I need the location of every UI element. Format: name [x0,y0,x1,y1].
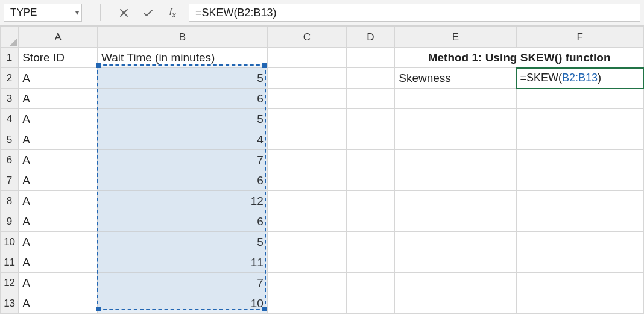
worksheet[interactable]: A B C D E F 1 Store ID Wait Time (in min… [0,26,644,314]
cell-A7[interactable]: A [19,170,98,191]
col-head-B[interactable]: B [98,27,268,48]
row-head-2[interactable]: 2 [1,68,19,89]
edit-ref: B2:B13 [562,72,598,84]
cell-E2[interactable]: Skewness [395,68,516,89]
grid[interactable]: A B C D E F 1 Store ID Wait Time (in min… [0,26,644,314]
select-all-triangle[interactable] [1,27,19,48]
cell-B7[interactable]: 6 [98,170,268,191]
cell-A8[interactable]: A [19,191,98,211]
cell-B10[interactable]: 5 [98,232,268,252]
col-head-D[interactable]: D [346,27,395,48]
row-head-13[interactable]: 13 [1,293,19,314]
cell-E1F1[interactable]: Method 1: Using SKEW() function [395,48,644,68]
separator [100,4,101,21]
cell-B9[interactable]: 6 [98,211,268,232]
cell-B5[interactable]: 4 [98,129,268,150]
chevron-down-icon[interactable]: ▾ [75,8,79,17]
row-head-9[interactable]: 9 [1,211,19,232]
cell-D2[interactable] [346,68,395,89]
cell-B3[interactable]: 6 [98,89,268,109]
cell-A10[interactable]: A [19,232,98,252]
name-box-value: TYPE [10,7,37,19]
row-head-12[interactable]: 12 [1,273,19,293]
row-head-11[interactable]: 11 [1,252,19,273]
cancel-icon[interactable] [115,4,132,21]
row-head-10[interactable]: 10 [1,232,19,252]
row-head-4[interactable]: 4 [1,109,19,129]
enter-icon[interactable] [139,4,156,21]
cell-B1[interactable]: Wait Time (in minutes) [98,48,268,68]
cell-A11[interactable]: A [19,252,98,273]
cell-A4[interactable]: A [19,109,98,129]
row-head-5[interactable]: 5 [1,129,19,150]
cell-B2[interactable]: 5 [98,68,268,89]
row-head-8[interactable]: 8 [1,191,19,211]
cell-B6[interactable]: 7 [98,150,268,170]
fx-icon[interactable]: fx [163,4,180,21]
edit-suffix: ) [598,72,601,84]
cell-B13[interactable]: 10 [98,293,268,314]
cell-B12[interactable]: 7 [98,273,268,293]
cell-B4[interactable]: 5 [98,109,268,129]
col-head-F[interactable]: F [516,27,643,48]
col-head-A[interactable]: A [19,27,98,48]
text-caret [602,72,602,84]
row-head-3[interactable]: 3 [1,89,19,109]
cell-B11[interactable]: 11 [98,252,268,273]
cell-A1[interactable]: Store ID [19,48,98,68]
col-head-E[interactable]: E [395,27,516,48]
cell-A2[interactable]: A [19,68,98,89]
cell-D1[interactable] [346,48,395,68]
formula-text-prefix: =SKEW( [195,7,238,19]
formula-text-ref: B2:B13 [238,7,273,19]
cell-B8[interactable]: 12 [98,191,268,211]
col-head-C[interactable]: C [267,27,346,48]
cell-F2-editing[interactable]: =SKEW(B2:B13) [516,68,643,89]
name-box[interactable]: TYPE ▾ [4,4,82,22]
cell-C2[interactable] [267,68,346,89]
cell-A5[interactable]: A [19,129,98,150]
formula-text-suffix: ) [273,7,277,19]
row-head-6[interactable]: 6 [1,150,19,170]
formula-bar: TYPE ▾ fx =SKEW(B2:B13) [0,0,644,26]
cell-A6[interactable]: A [19,150,98,170]
row-head-7[interactable]: 7 [1,170,19,191]
cell-C1[interactable] [267,48,346,68]
formula-input[interactable]: =SKEW(B2:B13) [189,4,640,22]
row-head-1[interactable]: 1 [1,48,19,68]
cell-A12[interactable]: A [19,273,98,293]
edit-prefix: =SKEW( [520,72,563,84]
cell-A9[interactable]: A [19,211,98,232]
cell-A3[interactable]: A [19,89,98,109]
cell-A13[interactable]: A [19,293,98,314]
